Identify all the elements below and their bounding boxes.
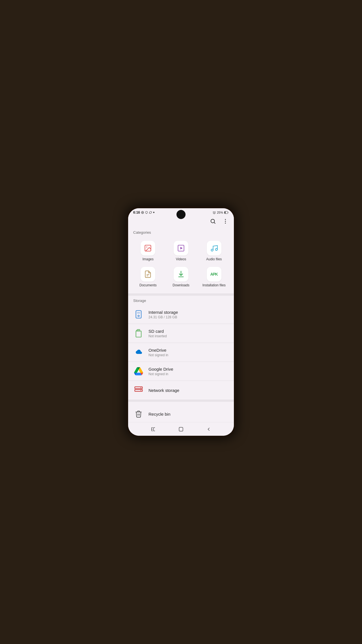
dot-status: •	[153, 210, 155, 215]
home-icon	[178, 426, 184, 432]
onedrive-storage-sub: Not signed in	[148, 353, 229, 357]
svg-point-0	[142, 212, 143, 213]
apk-icon-wrap: APK	[207, 267, 221, 282]
camera-notch	[176, 210, 186, 219]
recents-button[interactable]	[150, 426, 156, 432]
videos-icon-wrap	[174, 241, 188, 256]
images-label: Images	[143, 257, 154, 261]
storage-item-internal[interactable]: Internal storage 24.31 GB / 128 GB	[128, 305, 234, 324]
svg-rect-3	[225, 212, 225, 214]
extra-section: Recycle bin Analyse storage	[128, 404, 234, 422]
svg-point-26	[141, 390, 141, 391]
status-time: 6:16	[133, 211, 140, 214]
network-storage-info: Network storage	[148, 388, 229, 393]
apk-label: Installation files	[202, 283, 226, 287]
googledrive-storage-info: Google Drive Not signed in	[148, 367, 229, 376]
internal-storage-info: Internal storage 24.31 GB / 128 GB	[148, 310, 229, 319]
settings-status-icon	[141, 211, 144, 214]
status-left: 6:16 •	[133, 210, 155, 215]
category-videos[interactable]: Videos	[165, 238, 198, 264]
trash-icon-svg	[135, 410, 143, 418]
sync-status-icon	[149, 211, 152, 214]
shield-status-icon	[145, 211, 148, 214]
alarm-status-icon	[213, 211, 216, 214]
home-button[interactable]	[178, 426, 184, 432]
phone-device: 6:16 •	[126, 206, 236, 438]
sdcard-storage-name: SD card	[148, 329, 229, 334]
apk-text-icon: APK	[210, 272, 218, 276]
recycle-icon	[133, 409, 144, 419]
back-button[interactable]	[206, 426, 212, 432]
svg-rect-20	[136, 331, 141, 337]
sdcard-storage-info: SD card Not inserted	[148, 329, 229, 338]
internal-storage-icon	[133, 309, 144, 320]
categories-section-label: Categories	[128, 227, 234, 237]
storage-item-sdcard[interactable]: SD card Not inserted	[128, 324, 234, 343]
svg-rect-18	[137, 312, 140, 314]
battery-text: 25%	[217, 211, 223, 214]
images-icon-wrap	[141, 241, 155, 256]
categories-grid: Images Videos	[128, 237, 234, 293]
more-button[interactable]	[221, 217, 229, 225]
svg-point-4	[211, 219, 215, 223]
svg-point-19	[138, 315, 139, 317]
videos-label: Videos	[176, 257, 186, 261]
video-icon	[177, 244, 185, 252]
network-storage-name: Network storage	[148, 388, 229, 393]
downloads-label: Downloads	[173, 283, 189, 287]
storage-section-label: Storage	[128, 296, 234, 305]
main-content: Categories Images	[128, 227, 234, 422]
svg-line-5	[214, 222, 215, 224]
googledrive-storage-name: Google Drive	[148, 367, 229, 372]
sd-card-icon	[133, 328, 144, 339]
google-drive-icon	[133, 366, 144, 377]
image-icon	[144, 244, 152, 252]
internal-storage-name: Internal storage	[148, 310, 229, 315]
category-apk[interactable]: APK Installation files	[197, 264, 230, 290]
audio-label: Audio files	[206, 257, 222, 261]
documents-label: Documents	[139, 283, 157, 287]
googledrive-icon-svg	[134, 367, 143, 376]
svg-point-10	[146, 246, 147, 248]
storage-list: Internal storage 24.31 GB / 128 GB	[128, 305, 234, 400]
storage-item-onedrive[interactable]: OneDrive Not signed in	[128, 343, 234, 362]
svg-point-14	[215, 248, 217, 250]
onedrive-icon-svg	[134, 349, 143, 356]
search-button[interactable]	[209, 217, 217, 225]
category-documents[interactable]: Documents	[132, 264, 165, 290]
onedrive-storage-name: OneDrive	[148, 348, 229, 353]
extra-item-recycle[interactable]: Recycle bin	[128, 404, 234, 422]
recycle-label: Recycle bin	[148, 412, 171, 417]
status-right: 25%	[213, 211, 229, 214]
svg-rect-23	[135, 387, 143, 389]
category-images[interactable]: Images	[132, 238, 165, 264]
svg-point-25	[141, 387, 141, 388]
downloads-icon-wrap	[174, 267, 188, 282]
svg-point-13	[211, 249, 213, 251]
bottom-navigation	[128, 422, 234, 436]
section-divider-1	[128, 293, 234, 296]
svg-rect-24	[135, 389, 143, 391]
sdcard-storage-sub: Not inserted	[148, 334, 229, 338]
download-icon	[177, 270, 185, 278]
svg-point-7	[225, 221, 226, 222]
sdcard-icon-svg	[134, 329, 143, 338]
storage-item-googledrive[interactable]: Google Drive Not signed in	[128, 362, 234, 381]
back-icon	[206, 426, 212, 432]
storage-item-network[interactable]: Network storage	[128, 381, 234, 400]
category-audio[interactable]: Audio files	[197, 238, 230, 264]
network-storage-icon	[133, 385, 144, 396]
svg-point-8	[225, 223, 226, 224]
svg-marker-12	[180, 247, 183, 249]
svg-rect-36	[179, 427, 183, 431]
search-icon	[210, 218, 216, 224]
category-downloads[interactable]: Downloads	[165, 264, 198, 290]
network-icon-svg	[134, 386, 143, 395]
section-divider-2	[128, 400, 234, 402]
battery-icon	[224, 211, 229, 214]
internal-icon-svg	[134, 310, 143, 319]
googledrive-storage-sub: Not signed in	[148, 372, 229, 376]
more-icon	[222, 218, 229, 224]
svg-rect-17	[136, 311, 141, 318]
internal-storage-sub: 24.31 GB / 128 GB	[148, 315, 229, 319]
